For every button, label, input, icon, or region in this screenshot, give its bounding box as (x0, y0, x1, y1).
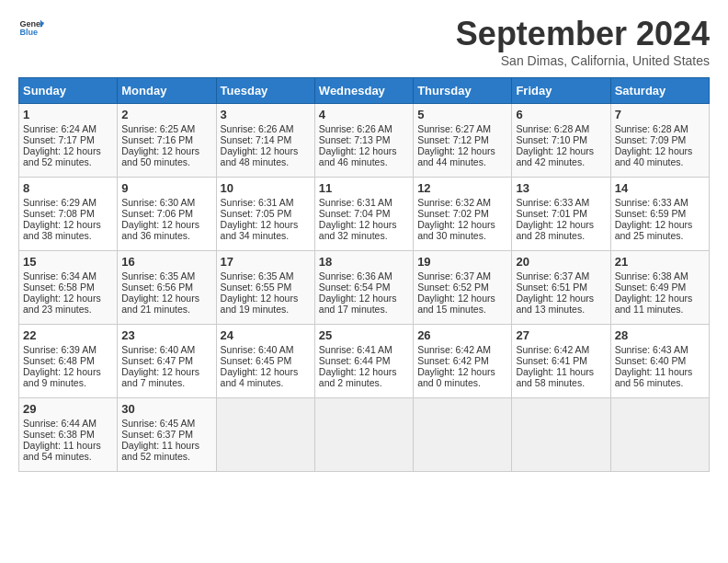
day-number: 7 (615, 108, 705, 121)
sunrise-text: Sunrise: 6:40 AM (221, 344, 294, 355)
daylight-text: Daylight: 12 hours and 4 minutes. (221, 366, 299, 388)
sunset-text: Sunset: 6:56 PM (121, 282, 193, 293)
table-row: 9Sunrise: 6:30 AMSunset: 7:06 PMDaylight… (118, 178, 216, 251)
day-number: 18 (319, 255, 409, 269)
sunset-text: Sunset: 6:49 PM (615, 282, 687, 293)
daylight-text: Daylight: 12 hours and 9 minutes. (23, 366, 101, 388)
table-row: 11Sunrise: 6:31 AMSunset: 7:04 PMDayligh… (314, 178, 413, 251)
sunrise-text: Sunrise: 6:37 AM (417, 270, 491, 282)
daylight-text: Daylight: 12 hours and 11 minutes. (615, 293, 693, 315)
table-row (414, 398, 512, 472)
sunrise-text: Sunrise: 6:45 AM (121, 418, 195, 429)
table-row: 24Sunrise: 6:40 AMSunset: 6:45 PMDayligh… (216, 325, 314, 398)
sunset-text: Sunset: 7:09 PM (615, 134, 687, 145)
col-monday: Monday (118, 78, 216, 104)
sunset-text: Sunset: 6:47 PM (121, 355, 193, 366)
daylight-text: Daylight: 12 hours and 42 minutes. (516, 145, 594, 167)
table-row: 2Sunrise: 6:25 AMSunset: 7:16 PMDaylight… (118, 104, 216, 178)
table-row (610, 398, 709, 472)
table-row: 5Sunrise: 6:27 AMSunset: 7:12 PMDaylight… (414, 104, 512, 178)
sunrise-text: Sunrise: 6:31 AM (221, 197, 294, 208)
day-number: 29 (23, 402, 113, 416)
day-number: 16 (121, 255, 211, 269)
sunset-text: Sunset: 7:04 PM (319, 208, 391, 219)
sunset-text: Sunset: 7:14 PM (221, 134, 292, 145)
sunrise-text: Sunrise: 6:42 AM (516, 344, 589, 355)
daylight-text: Daylight: 12 hours and 15 minutes. (417, 293, 495, 315)
day-number: 11 (319, 181, 409, 195)
daylight-text: Daylight: 12 hours and 2 minutes. (319, 366, 397, 388)
day-number: 9 (121, 181, 211, 195)
logo-icon: General Blue (18, 15, 44, 40)
sunrise-text: Sunrise: 6:43 AM (615, 344, 688, 355)
table-row: 8Sunrise: 6:29 AMSunset: 7:08 PMDaylight… (19, 178, 118, 251)
daylight-text: Daylight: 12 hours and 32 minutes. (319, 219, 397, 241)
day-number: 15 (23, 255, 113, 269)
svg-text:Blue: Blue (19, 28, 38, 37)
day-number: 27 (516, 328, 606, 342)
sunrise-text: Sunrise: 6:26 AM (221, 123, 294, 134)
day-number: 12 (417, 181, 507, 195)
table-row (216, 398, 314, 472)
sunrise-text: Sunrise: 6:29 AM (23, 197, 97, 208)
daylight-text: Daylight: 12 hours and 46 minutes. (319, 145, 397, 167)
table-row: 13Sunrise: 6:33 AMSunset: 7:01 PMDayligh… (512, 178, 610, 251)
calendar-body: 1Sunrise: 6:24 AMSunset: 7:17 PMDaylight… (19, 104, 710, 472)
table-row: 14Sunrise: 6:33 AMSunset: 6:59 PMDayligh… (610, 178, 709, 251)
sunset-text: Sunset: 7:01 PM (516, 208, 587, 219)
daylight-text: Daylight: 12 hours and 25 minutes. (615, 219, 693, 241)
week-row: 22Sunrise: 6:39 AMSunset: 6:48 PMDayligh… (19, 325, 710, 398)
sunrise-text: Sunrise: 6:24 AM (23, 123, 97, 134)
daylight-text: Daylight: 11 hours and 52 minutes. (121, 440, 199, 462)
daylight-text: Daylight: 12 hours and 0 minutes. (417, 366, 495, 388)
table-row: 27Sunrise: 6:42 AMSunset: 6:41 PMDayligh… (512, 325, 610, 398)
header: General Blue September 2024 San Dimas, C… (18, 15, 710, 68)
day-number: 5 (417, 108, 507, 121)
table-row: 3Sunrise: 6:26 AMSunset: 7:14 PMDaylight… (216, 104, 314, 178)
table-row: 28Sunrise: 6:43 AMSunset: 6:40 PMDayligh… (610, 325, 709, 398)
table-row: 4Sunrise: 6:26 AMSunset: 7:13 PMDaylight… (314, 104, 413, 178)
table-row: 15Sunrise: 6:34 AMSunset: 6:58 PMDayligh… (19, 251, 118, 325)
sunrise-text: Sunrise: 6:44 AM (23, 418, 97, 429)
sunset-text: Sunset: 6:41 PM (516, 355, 587, 366)
daylight-text: Daylight: 12 hours and 13 minutes. (516, 293, 594, 315)
daylight-text: Daylight: 12 hours and 21 minutes. (121, 293, 199, 315)
daylight-text: Daylight: 12 hours and 17 minutes. (319, 293, 397, 315)
daylight-text: Daylight: 12 hours and 30 minutes. (417, 219, 495, 241)
col-friday: Friday (512, 78, 610, 104)
table-row: 6Sunrise: 6:28 AMSunset: 7:10 PMDaylight… (512, 104, 610, 178)
table-row: 17Sunrise: 6:35 AMSunset: 6:55 PMDayligh… (216, 251, 314, 325)
sunrise-text: Sunrise: 6:39 AM (23, 344, 97, 355)
table-row: 29Sunrise: 6:44 AMSunset: 6:38 PMDayligh… (19, 398, 118, 472)
daylight-text: Daylight: 12 hours and 38 minutes. (23, 219, 101, 241)
sunset-text: Sunset: 7:05 PM (221, 208, 292, 219)
calendar-header: Sunday Monday Tuesday Wednesday Thursday… (19, 78, 710, 104)
sunrise-text: Sunrise: 6:28 AM (516, 123, 589, 134)
sunrise-text: Sunrise: 6:34 AM (23, 270, 97, 282)
table-row: 22Sunrise: 6:39 AMSunset: 6:48 PMDayligh… (19, 325, 118, 398)
sunrise-text: Sunrise: 6:38 AM (615, 270, 688, 282)
day-number: 21 (615, 255, 705, 269)
sunset-text: Sunset: 6:38 PM (23, 429, 95, 440)
main-title: September 2024 (456, 15, 710, 53)
header-row: Sunday Monday Tuesday Wednesday Thursday… (19, 78, 710, 104)
day-number: 14 (615, 181, 705, 195)
title-area: September 2024 San Dimas, California, Un… (456, 15, 710, 68)
sunrise-text: Sunrise: 6:31 AM (319, 197, 392, 208)
sunrise-text: Sunrise: 6:33 AM (615, 197, 688, 208)
daylight-text: Daylight: 12 hours and 28 minutes. (516, 219, 594, 241)
week-row: 1Sunrise: 6:24 AMSunset: 7:17 PMDaylight… (19, 104, 710, 178)
table-row: 16Sunrise: 6:35 AMSunset: 6:56 PMDayligh… (118, 251, 216, 325)
subtitle: San Dimas, California, United States (456, 53, 710, 68)
sunrise-text: Sunrise: 6:28 AM (615, 123, 688, 134)
table-row: 12Sunrise: 6:32 AMSunset: 7:02 PMDayligh… (414, 178, 512, 251)
sunrise-text: Sunrise: 6:33 AM (516, 197, 589, 208)
table-row: 30Sunrise: 6:45 AMSunset: 6:37 PMDayligh… (118, 398, 216, 472)
day-number: 19 (417, 255, 507, 269)
daylight-text: Daylight: 12 hours and 36 minutes. (121, 219, 199, 241)
table-row: 25Sunrise: 6:41 AMSunset: 6:44 PMDayligh… (314, 325, 413, 398)
daylight-text: Daylight: 12 hours and 23 minutes. (23, 293, 101, 315)
daylight-text: Daylight: 12 hours and 50 minutes. (121, 145, 199, 167)
table-row: 23Sunrise: 6:40 AMSunset: 6:47 PMDayligh… (118, 325, 216, 398)
sunset-text: Sunset: 6:51 PM (516, 282, 587, 293)
